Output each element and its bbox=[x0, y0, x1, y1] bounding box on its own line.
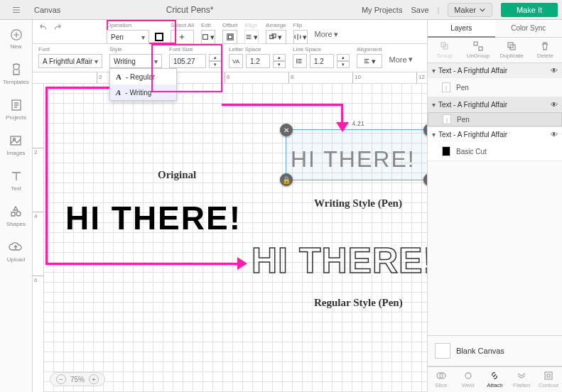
app-title: Canvas bbox=[34, 6, 60, 14]
nav-new-label: New bbox=[10, 43, 21, 50]
visibility-icon[interactable]: 👁 bbox=[551, 67, 558, 75]
op-slice[interactable]: Slice bbox=[428, 367, 455, 392]
undo-icon[interactable] bbox=[38, 22, 48, 32]
workspace: Operation Pen ▾ Select All Edit bbox=[33, 20, 427, 392]
nav-images[interactable]: Images bbox=[6, 134, 25, 156]
arrange-button[interactable]: ▾ bbox=[266, 30, 286, 44]
text-regular[interactable]: HI THERE! bbox=[252, 240, 427, 281]
nav-new[interactable]: New bbox=[10, 28, 23, 50]
handle-delete[interactable]: ✕ bbox=[280, 124, 293, 136]
select-all-button[interactable] bbox=[171, 30, 194, 44]
operation-color-swatch[interactable] bbox=[155, 33, 163, 41]
arrowhead-writing bbox=[336, 122, 349, 132]
nav-templates-label: Templates bbox=[3, 79, 28, 85]
linespace-down[interactable]: ▾ bbox=[337, 61, 350, 68]
zoom-control[interactable]: − 75% + bbox=[50, 372, 105, 386]
flip-button[interactable]: ▾ bbox=[293, 30, 308, 44]
layer-sublayer[interactable]: | Pen bbox=[428, 78, 562, 97]
selection-width: 4.21 bbox=[350, 120, 366, 127]
menu-button[interactable] bbox=[0, 0, 33, 20]
handle-lock[interactable]: 🔒 bbox=[280, 173, 293, 186]
zoom-in-button[interactable]: + bbox=[89, 374, 99, 384]
my-projects-link[interactable]: My Projects bbox=[362, 6, 402, 14]
selectall-group: Select All bbox=[171, 22, 194, 44]
layer-swatch-pen: | bbox=[443, 114, 451, 124]
layer-item[interactable]: ▾ Text - A Frightful Affair 👁 | Pen bbox=[428, 97, 562, 127]
nav-projects[interactable]: Projects bbox=[6, 98, 26, 121]
make-it-button[interactable]: Make It bbox=[501, 3, 558, 17]
chevron-down-icon[interactable]: ▾ bbox=[432, 67, 436, 75]
linespace-up[interactable]: ▴ bbox=[337, 54, 350, 61]
fontsize-up[interactable]: ▴ bbox=[209, 54, 222, 61]
canvas[interactable]: Original HI THERE! 4.21 1.49 ✕ ⟳ 🔒 ⇲ HI … bbox=[44, 84, 427, 392]
layer-item[interactable]: ▾ Text - A Frightful Affair 👁 Basic Cut bbox=[428, 127, 562, 161]
nav-shapes-label: Shapes bbox=[6, 221, 26, 227]
nav-templates[interactable]: Templates bbox=[3, 62, 28, 85]
arrow-writing-v bbox=[341, 104, 343, 124]
op-attach[interactable]: Attach bbox=[482, 367, 509, 392]
redo-icon[interactable] bbox=[53, 22, 63, 32]
font-select[interactable]: A Frightful Affair ▾ bbox=[38, 54, 102, 68]
chevron-down-icon[interactable]: ▾ bbox=[432, 131, 436, 138]
flip-label: Flip bbox=[293, 22, 308, 28]
action-duplicate[interactable]: Duplicate bbox=[495, 38, 529, 62]
save-link[interactable]: Save bbox=[411, 6, 428, 14]
op-weld[interactable]: Weld bbox=[455, 367, 482, 392]
canvas-color-swatch[interactable] bbox=[435, 343, 450, 359]
handle-rotate[interactable]: ⟳ bbox=[423, 124, 427, 136]
operation-group: Operation Pen ▾ bbox=[107, 22, 163, 44]
op-contour[interactable]: Contour bbox=[535, 367, 562, 392]
layer-sublayer[interactable]: Basic Cut bbox=[428, 142, 562, 160]
font-group: Font A Frightful Affair ▾ bbox=[38, 46, 102, 68]
op-flatten[interactable]: Flatten bbox=[508, 367, 535, 392]
fontsize-input[interactable]: 105.27 bbox=[169, 54, 206, 68]
alignment-button[interactable]: ▾ bbox=[357, 54, 382, 68]
zoom-out-button[interactable]: − bbox=[56, 374, 66, 384]
visibility-icon[interactable]: 👁 bbox=[551, 131, 558, 138]
nav-shapes[interactable]: Shapes bbox=[6, 205, 26, 227]
more-menu-row2[interactable]: More▾ bbox=[389, 50, 413, 64]
tab-layers[interactable]: Layers bbox=[428, 20, 495, 38]
letterspace-up[interactable]: ▴ bbox=[273, 54, 286, 61]
letterspace-input[interactable]: 1.2 bbox=[246, 54, 270, 68]
style-select[interactable]: Writing ▾ bbox=[109, 54, 162, 68]
fontsize-down[interactable]: ▾ bbox=[209, 61, 222, 68]
linespace-label: Line Space bbox=[293, 46, 350, 53]
layer-item[interactable]: ▾ Text - A Frightful Affair 👁 | Pen bbox=[428, 63, 562, 97]
arrowhead-regular bbox=[237, 257, 247, 270]
text-writing[interactable]: HI THERE! bbox=[291, 146, 416, 173]
style-option-writing[interactable]: A- Writing bbox=[110, 85, 176, 100]
nav-text[interactable]: Text bbox=[9, 169, 23, 192]
operation-select[interactable]: Pen ▾ bbox=[107, 30, 149, 44]
edit-group: Edit ▾ bbox=[201, 22, 215, 44]
align-button: ▾ bbox=[244, 30, 259, 44]
machine-selector[interactable]: Maker bbox=[448, 3, 492, 17]
linespace-input[interactable]: 1.2 bbox=[310, 54, 334, 68]
more-menu-row1[interactable]: More▾ bbox=[315, 26, 338, 39]
text-original[interactable]: HI THERE! bbox=[65, 199, 242, 237]
nav-upload[interactable]: Upload bbox=[7, 240, 25, 263]
linespace-group: Line Space 1.2 ▴ ▾ bbox=[293, 46, 350, 68]
layers-list: ▾ Text - A Frightful Affair 👁 | Pen ▾ Te… bbox=[428, 63, 562, 335]
letterspace-down[interactable]: ▾ bbox=[273, 61, 286, 68]
left-sidebar: New Templates Projects Images Text Shape… bbox=[0, 20, 33, 392]
action-delete[interactable]: Delete bbox=[529, 38, 562, 62]
tab-colorsync[interactable]: Color Sync bbox=[495, 20, 563, 38]
offset-button[interactable] bbox=[222, 30, 237, 44]
chevron-down-icon[interactable]: ▾ bbox=[432, 101, 436, 109]
visibility-icon[interactable]: 👁 bbox=[551, 101, 558, 109]
style-option-regular[interactable]: A- Regular bbox=[110, 69, 176, 85]
svg-rect-18 bbox=[547, 374, 550, 377]
edit-button[interactable]: ▾ bbox=[201, 30, 215, 44]
arrow-regular-h bbox=[45, 263, 239, 265]
ruler-vertical: 2 4 6 bbox=[33, 84, 44, 392]
action-ungroup[interactable]: UnGroup bbox=[461, 38, 495, 62]
canvas-area: 2 4 6 8 10 12 2 4 6 Original HI THERE! bbox=[33, 72, 427, 392]
action-group[interactable]: Group bbox=[428, 38, 461, 62]
arrow-writing-h bbox=[222, 104, 342, 106]
handle-resize[interactable]: ⇲ bbox=[423, 173, 427, 186]
canvas-color-picker[interactable]: Blank Canvas bbox=[428, 335, 562, 366]
bottom-operations: Slice Weld Attach Flatten Contour bbox=[428, 366, 562, 392]
style-value: Writing bbox=[114, 58, 136, 65]
layer-sublayer-selected[interactable]: | Pen bbox=[428, 112, 562, 126]
